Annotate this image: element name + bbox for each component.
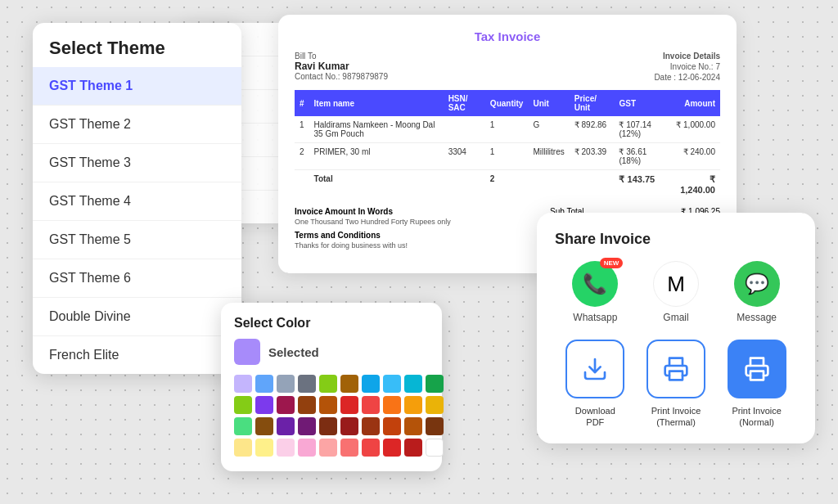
color-swatch[interactable] <box>277 417 295 435</box>
print-normal-button[interactable]: Print Invoice(Normal) <box>728 340 786 429</box>
gmail-icon: M <box>667 272 685 297</box>
color-swatch[interactable] <box>362 375 380 393</box>
color-swatch[interactable] <box>362 396 380 414</box>
color-grid-row3 <box>234 417 429 435</box>
color-swatch[interactable] <box>277 439 295 457</box>
color-swatch[interactable] <box>277 396 295 414</box>
whatsapp-icon-circle: 📞 NEW <box>572 261 618 307</box>
color-swatch[interactable] <box>383 417 401 435</box>
color-swatch[interactable] <box>234 439 252 457</box>
print-normal-icon <box>744 356 770 382</box>
bill-to-label: Bill To <box>295 52 388 61</box>
words-text: One Thousand Two Hundred Forty Rupees on… <box>295 218 529 226</box>
col-price: Price/ Unit <box>570 90 615 116</box>
color-swatch[interactable] <box>404 417 422 435</box>
terms-title: Terms and Conditions <box>295 231 529 240</box>
color-swatch[interactable] <box>362 417 380 435</box>
theme-item-french-elite[interactable]: French Elite <box>33 336 241 374</box>
whatsapp-icon: 📞 <box>583 272 607 295</box>
svg-rect-2 <box>750 371 764 380</box>
color-grid-row2 <box>234 396 429 414</box>
selected-color-swatch <box>234 339 260 365</box>
color-swatch[interactable] <box>234 375 252 393</box>
color-swatch[interactable] <box>277 375 295 393</box>
color-swatch[interactable] <box>319 396 337 414</box>
customer-name: Ravi Kumar <box>295 61 388 72</box>
whatsapp-button[interactable]: 📞 NEW Whatsapp <box>572 261 618 323</box>
color-swatch[interactable] <box>298 375 316 393</box>
color-swatch[interactable] <box>298 417 316 435</box>
color-panel: Select Color Selected <box>221 303 442 471</box>
col-qty: Quantity <box>485 90 529 116</box>
invoice-title: Tax Invoice <box>295 29 720 43</box>
color-swatch[interactable] <box>234 417 252 435</box>
contact-number: Contact No.: 9879879879 <box>295 72 388 81</box>
color-swatch[interactable] <box>319 439 337 457</box>
theme-item-6[interactable]: GST Theme 6 <box>33 259 241 298</box>
color-swatch[interactable] <box>426 417 444 435</box>
theme-item-2[interactable]: GST Theme 2 <box>33 106 241 144</box>
col-item: Item name <box>309 90 444 116</box>
download-pdf-icon-box <box>565 340 624 398</box>
col-gst: GST <box>614 90 669 116</box>
color-swatch[interactable] <box>255 439 273 457</box>
share-icons-row: 📞 NEW Whatsapp M Gmail 💬 Message <box>555 261 797 323</box>
color-swatch[interactable] <box>340 396 358 414</box>
theme-item-double-divine[interactable]: Double Divine <box>33 298 241 336</box>
color-grid-row1 <box>234 375 429 393</box>
color-swatch[interactable] <box>255 375 273 393</box>
words-title: Invoice Amount In Words <box>295 207 529 216</box>
color-swatch[interactable] <box>383 439 401 457</box>
color-swatch[interactable] <box>319 375 337 393</box>
color-swatch[interactable] <box>298 439 316 457</box>
theme-item-4[interactable]: GST Theme 4 <box>33 182 241 221</box>
color-swatch[interactable] <box>255 396 273 414</box>
share-invoice-panel: Share Invoice 📞 NEW Whatsapp M Gmail 💬 M… <box>537 213 815 443</box>
download-pdf-button[interactable]: DownloadPDF <box>565 340 624 429</box>
message-button[interactable]: 💬 Message <box>734 261 780 323</box>
theme-item-3[interactable]: GST Theme 3 <box>33 144 241 182</box>
download-icon <box>582 356 608 382</box>
new-badge: NEW <box>600 258 624 268</box>
color-swatch[interactable] <box>340 417 358 435</box>
svg-rect-1 <box>669 371 683 380</box>
selected-color-label: Selected <box>268 345 319 359</box>
color-swatch[interactable] <box>383 375 401 393</box>
theme-panel-title: Select Theme <box>33 23 241 67</box>
color-swatch[interactable] <box>255 417 273 435</box>
color-swatch[interactable] <box>426 396 444 414</box>
theme-item-1[interactable]: GST Theme 1 <box>33 67 241 106</box>
color-swatch[interactable] <box>404 439 422 457</box>
terms-text: Thanks for doing business with us! <box>295 241 529 250</box>
color-swatch[interactable] <box>340 439 358 457</box>
theme-select-panel: Select Theme GST Theme 1 GST Theme 2 GST… <box>33 23 241 374</box>
print-thermal-button[interactable]: Print Invoice(Thermal) <box>647 340 705 429</box>
theme-item-5[interactable]: GST Theme 5 <box>33 221 241 259</box>
color-swatch[interactable] <box>383 396 401 414</box>
color-swatch[interactable] <box>426 375 444 393</box>
gmail-button[interactable]: M Gmail <box>653 261 699 323</box>
total-row: Total 2 ₹ 143.75 ₹ 1,240.00 <box>295 170 720 200</box>
message-icon: 💬 <box>745 272 769 295</box>
color-swatch[interactable] <box>404 375 422 393</box>
color-swatch[interactable] <box>298 396 316 414</box>
col-hsn: HSN/ SAC <box>444 90 485 116</box>
col-unit: Unit <box>528 90 569 116</box>
print-thermal-icon-box <box>647 340 705 398</box>
invoice-left-footer: Invoice Amount In Words One Thousand Two… <box>295 207 529 260</box>
color-swatch[interactable] <box>404 396 422 414</box>
table-row: 1 Haldirams Namkeen - Moong Dal 35 Gm Po… <box>295 116 720 143</box>
invoice-table: # Item name HSN/ SAC Quantity Unit Price… <box>295 90 720 199</box>
selected-color-row: Selected <box>234 339 429 365</box>
share-action-row: DownloadPDF Print Invoice(Thermal) <box>555 340 797 429</box>
color-swatch[interactable] <box>426 439 444 457</box>
invoice-date: Date : 12-06-2024 <box>654 73 720 82</box>
color-swatch[interactable] <box>234 396 252 414</box>
invoice-details-title: Invoice Details <box>654 52 720 61</box>
color-swatch[interactable] <box>362 439 380 457</box>
color-swatch[interactable] <box>319 417 337 435</box>
printer-icon <box>663 356 689 382</box>
color-swatch[interactable] <box>340 375 358 393</box>
gmail-label: Gmail <box>663 312 688 323</box>
col-num: # <box>295 90 309 116</box>
